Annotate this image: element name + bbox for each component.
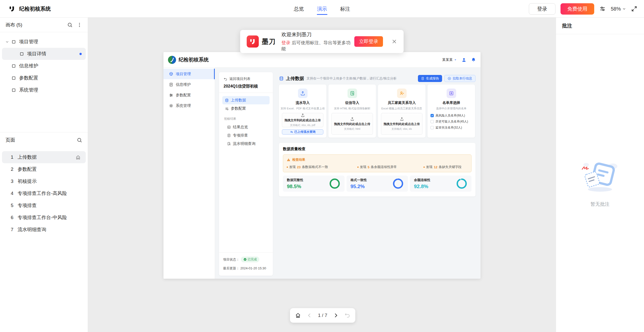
search-icon[interactable]	[77, 137, 82, 143]
database-icon	[225, 98, 229, 102]
cloud-download-icon	[448, 77, 451, 80]
search-icon[interactable]	[67, 22, 73, 28]
project-status-footer: 项目状态： 已完成 最后更新： 2024-01-20 15:30	[219, 252, 273, 276]
tree-item-project-detail[interactable]: 项目详情	[2, 48, 86, 60]
settings-sliders-icon[interactable]	[599, 6, 606, 12]
caret-down-icon	[454, 58, 457, 61]
tab-overview[interactable]: 总览	[294, 0, 304, 18]
user-menu[interactable]: 某某某	[442, 58, 457, 62]
page-row-4[interactable]: 4 专项排查工作台-高风险	[2, 187, 86, 199]
nav-item-info-maintenance[interactable]: 信息维护	[163, 79, 215, 90]
subnav-item-result-overview[interactable]: 结果总览	[219, 123, 273, 131]
id-card-icon	[447, 89, 456, 98]
page-row-5[interactable]: 5 专项排查	[2, 199, 86, 212]
brand: 纪检初核系统	[9, 0, 51, 18]
login-now-button[interactable]: 立即登录	[354, 36, 383, 47]
tab-present[interactable]: 演示	[317, 0, 327, 18]
nav-item-label: 系统管理	[176, 103, 191, 108]
upload-icon	[298, 89, 308, 98]
dropzone-formats: 支持格式: xlsx, xls	[392, 127, 412, 131]
card-desc: Excel 模板上传员工家庭关系信息	[381, 107, 422, 110]
bullet-icon	[357, 167, 359, 168]
page-indicator: 1 / 7	[318, 313, 327, 318]
generate-report-button[interactable]: 生成报告	[418, 75, 442, 82]
tree-item-info-maintenance[interactable]: 信息维护	[2, 60, 86, 72]
card-credit-import: 征信导入 支持 HTML 格式征信报告解析 拖拽文件到此处或点击上传 支持格式:…	[328, 85, 376, 138]
tree-item-system-management[interactable]: 系统管理	[2, 84, 86, 96]
page-row-2[interactable]: 2 参数配置	[2, 163, 86, 175]
bullet-icon	[287, 167, 288, 168]
checkbox-regulator-watch-list[interactable]: 监管关注名单(32人)	[431, 126, 472, 130]
flow-dropzone[interactable]: 拖拽文件到此处或点击上传 支持格式: xlsx, xls, pdf	[282, 113, 323, 127]
login-link[interactable]: 登录	[281, 40, 290, 45]
user-name: 某某某	[442, 58, 453, 62]
fullscreen-icon[interactable]	[631, 6, 637, 12]
credit-dropzone[interactable]: 拖拽文件到此处或点击上传 支持格式: html	[331, 113, 373, 135]
checkbox-history-suspect-list[interactable]: 历史可疑人员名单(45人)	[431, 119, 472, 124]
nav-item-param-config[interactable]: 参数配置	[163, 90, 215, 100]
subnav-item-param-config[interactable]: 参数配置	[222, 104, 270, 113]
quality-title: 数据质量检查	[283, 147, 471, 151]
pages-panel: 页面 1 上传数据 2 参数配置 3 初核提示 4	[0, 132, 88, 236]
checkbox-high-risk-list[interactable]: 高风险人员名单(68人)	[431, 113, 472, 118]
page-label: 上传数据	[18, 154, 37, 160]
login-button[interactable]: 登录	[529, 3, 555, 15]
findings-row: 发现 23 条数据格式不一致 发现 5 条余额连续性异常 发现	[287, 165, 468, 169]
page-row-7[interactable]: 7 流水明细查询	[2, 224, 86, 236]
frame-icon	[11, 39, 16, 44]
button-label: 生成报告	[426, 76, 439, 81]
nav-item-project-management[interactable]: 项目管理	[163, 69, 215, 79]
close-icon[interactable]	[392, 39, 397, 44]
page-row-1[interactable]: 1 上传数据	[2, 151, 86, 163]
chevron-down-icon[interactable]	[5, 40, 9, 44]
mockup-main-content: 上传数据 支持在一个项目中上传多个主体/账户数据，进行汇总/独立分析 生成报告 …	[279, 75, 476, 196]
home-icon[interactable]	[295, 312, 301, 318]
subnav-item-flow-detail-query[interactable]: 流水明细查询	[219, 140, 273, 148]
zoom-selector[interactable]: 58%	[611, 6, 626, 12]
page-row-6[interactable]: 6 专项排查工作台-中风险	[2, 212, 86, 224]
nav-item-label: 项目管理	[176, 72, 191, 76]
finding-balance: 发现 5 条余额连续性异常	[357, 165, 423, 169]
list-options: 高风险人员名单(68人) 历史可疑人员名单(45人) 监管关注名单(32人)	[431, 113, 472, 130]
page-number: 7	[9, 227, 15, 232]
content-subtitle: 支持在一个项目中上传多个主体/账户数据，进行汇总/独立分析	[307, 76, 397, 81]
credit-doc-icon	[348, 89, 357, 98]
updated-value: 2024-01-20 15:30	[240, 266, 266, 270]
next-page-icon[interactable]	[333, 312, 339, 318]
option-label: 高风险人员名单(68人)	[436, 113, 465, 118]
bell-icon[interactable]	[471, 57, 476, 62]
mockup-app-logo	[168, 56, 176, 64]
card-title: 流水导入	[296, 101, 310, 105]
checkbox-icon	[431, 126, 434, 129]
page-row-3[interactable]: 3 初核提示	[2, 175, 86, 187]
card-desc: 支持 HTML 格式征信报告解析	[334, 107, 371, 110]
upload-tray-icon	[400, 117, 404, 121]
status-badge: 已完成	[241, 257, 259, 262]
fetch-bank-info-button[interactable]: 拉取本行信息	[444, 75, 476, 82]
sliders-gear-icon	[225, 107, 229, 111]
canvas-label: 画布 (5)	[6, 22, 63, 28]
dropzone-label: 拖拽文件到此处或点击上传	[285, 118, 321, 122]
home-icon	[75, 155, 81, 160]
banner-texts: 欢迎来到墨刀 登录 后可使用标注、导出等更多功能	[281, 31, 354, 52]
subnav-item-special-check[interactable]: 专项排查	[219, 131, 273, 140]
family-dropzone[interactable]: 拖拽文件到此处或点击上传 支持格式: xlsx, xls	[381, 113, 422, 135]
user-icon[interactable]	[461, 57, 466, 62]
subnav-item-upload-data[interactable]: 上传数据	[222, 96, 270, 104]
signup-button[interactable]: 免费使用	[561, 3, 594, 15]
check-circle-icon	[243, 258, 247, 261]
tree-item-param-config[interactable]: 参数配置	[2, 72, 86, 84]
restart-icon[interactable]	[344, 312, 350, 318]
page-label: 初核提示	[18, 178, 37, 185]
prev-page-icon[interactable]	[307, 312, 313, 318]
back-to-projects-link[interactable]: 返回项目列表	[219, 72, 273, 81]
card-desc: 支持 Excel、PDF 格式文件批量上传	[281, 107, 325, 110]
quality-metrics-row: 数据完整性 98.5% 格式一致性 95.2%	[283, 176, 471, 192]
tree-item-project-management[interactable]: 项目管理	[2, 36, 86, 48]
uploaded-flow-query-button[interactable]: 已上传流水查询	[282, 129, 323, 135]
nav-item-system-management[interactable]: 系统管理	[163, 100, 215, 111]
metric-balance-continuity: 余额连续性 92.8%	[410, 176, 471, 192]
tab-annotate[interactable]: 标注	[340, 0, 350, 18]
more-kebab-icon[interactable]	[77, 22, 82, 28]
upload-tray-icon	[301, 113, 305, 117]
